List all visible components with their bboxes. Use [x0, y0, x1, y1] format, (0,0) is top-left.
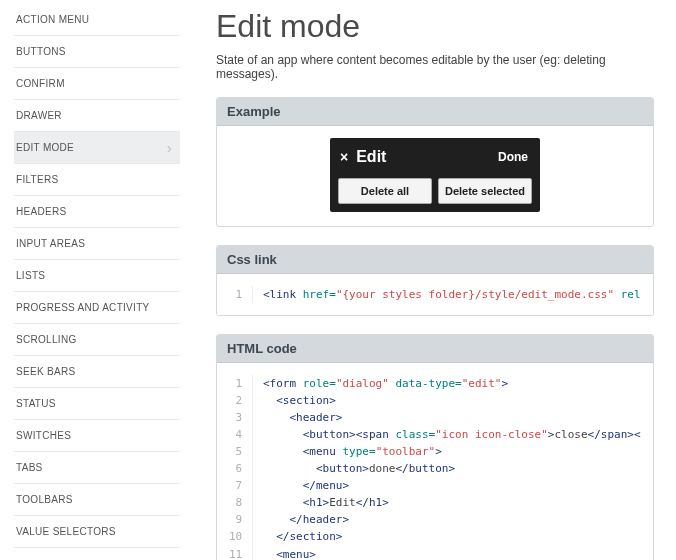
edit-mode-title: Edit: [356, 148, 498, 166]
sidebar-item-tabs[interactable]: TABS: [14, 452, 180, 484]
sidebar-item-buttons[interactable]: BUTTONS: [14, 36, 180, 68]
code-line: 5 <menu type="toolbar">: [229, 443, 641, 460]
main-content: Edit mode State of an app where content …: [180, 0, 676, 560]
example-panel: Example × Edit Done Delete all Delete se…: [216, 97, 654, 227]
edit-mode-header: × Edit Done: [336, 144, 534, 174]
code-line: 4 <button><span class="icon icon-close">…: [229, 426, 641, 443]
sidebar-section-icons: Icons: [14, 548, 180, 560]
code-line: 10 </section>: [229, 528, 641, 545]
css-link-panel-header: Css link: [217, 246, 653, 274]
page-title: Edit mode: [216, 8, 654, 45]
sidebar-item-switches[interactable]: SWITCHES: [14, 420, 180, 452]
code-line: 1 <link href="{your styles folder}/style…: [229, 286, 641, 303]
sidebar: ACTION MENUBUTTONSCONFIRMDRAWEREDIT MODE…: [0, 0, 180, 560]
sidebar-item-action-menu[interactable]: ACTION MENU: [14, 4, 180, 36]
code-line: 9 </header>: [229, 511, 641, 528]
sidebar-item-scrolling[interactable]: SCROLLING: [14, 324, 180, 356]
css-link-panel: Css link 1 <link href="{your styles fold…: [216, 245, 654, 316]
code-line: 8 <h1>Edit</h1>: [229, 494, 641, 511]
sidebar-item-drawer[interactable]: DRAWER: [14, 100, 180, 132]
code-line: 7 </menu>: [229, 477, 641, 494]
code-line: 6 <button>done</button>: [229, 460, 641, 477]
sidebar-item-edit-mode[interactable]: EDIT MODE: [14, 132, 180, 164]
html-code-block: 1<form role="dialog" data-type="edit">2 …: [217, 363, 653, 560]
edit-mode-actions: Delete all Delete selected: [336, 174, 534, 206]
delete-selected-button[interactable]: Delete selected: [438, 178, 532, 204]
sidebar-item-lists[interactable]: LISTS: [14, 260, 180, 292]
sidebar-item-value-selectors[interactable]: VALUE SELECTORS: [14, 516, 180, 548]
sidebar-item-status[interactable]: STATUS: [14, 388, 180, 420]
code-line: 11 <menu>: [229, 546, 641, 560]
code-line: 1<form role="dialog" data-type="edit">: [229, 375, 641, 392]
sidebar-item-confirm[interactable]: CONFIRM: [14, 68, 180, 100]
page-description: State of an app where content becomes ed…: [216, 53, 654, 81]
example-panel-header: Example: [217, 98, 653, 126]
sidebar-item-input-areas[interactable]: INPUT AREAS: [14, 228, 180, 260]
edit-mode-widget: × Edit Done Delete all Delete selected: [330, 138, 540, 212]
delete-all-button[interactable]: Delete all: [338, 178, 432, 204]
sidebar-item-progress-and-activity[interactable]: PROGRESS AND ACTIVITY: [14, 292, 180, 324]
sidebar-item-headers[interactable]: HEADERS: [14, 196, 180, 228]
html-code-panel-header: HTML code: [217, 335, 653, 363]
sidebar-item-toolbars[interactable]: TOOLBARS: [14, 484, 180, 516]
css-code-block: 1 <link href="{your styles folder}/style…: [217, 274, 653, 315]
sidebar-item-seek-bars[interactable]: SEEK BARS: [14, 356, 180, 388]
sidebar-item-filters[interactable]: FILTERS: [14, 164, 180, 196]
code-line: 2 <section>: [229, 392, 641, 409]
close-icon[interactable]: ×: [340, 149, 348, 165]
code-line: 3 <header>: [229, 409, 641, 426]
done-button[interactable]: Done: [498, 150, 528, 164]
html-code-panel: HTML code 1<form role="dialog" data-type…: [216, 334, 654, 560]
